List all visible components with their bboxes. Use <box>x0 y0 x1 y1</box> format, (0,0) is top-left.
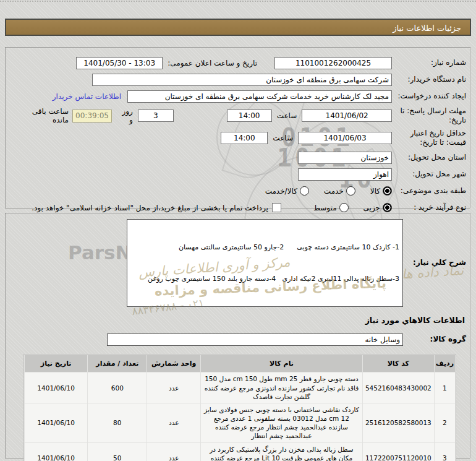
col-header-code: کد کالا <box>363 355 434 372</box>
treasury-checkbox[interactable] <box>272 203 281 212</box>
goods-group-row: گروه کالا: وسایل خانه <box>12 333 466 346</box>
table-row: 1 5452160483430002 دسته چوبی جارو قطر 25… <box>25 373 455 403</box>
deadline-remaining-label: ساعت باقی مانده <box>16 107 69 124</box>
buyer-contact-link[interactable]: اطلاعات تماس خریدار <box>53 92 121 101</box>
table-row: 3 1172200751120010 سطل زباله پدالی مخزن … <box>25 443 455 461</box>
col-header-name: نام کالا <box>201 355 362 372</box>
radio-service[interactable] <box>346 186 355 196</box>
deadline-days-label: روز و <box>117 107 133 124</box>
response-deadline-label: مهلت ارسال پاسخ: تا تاریخ: <box>392 106 466 125</box>
response-deadline-row: مهلت ارسال پاسخ: تا تاریخ: 1401/06/02 سا… <box>12 106 466 125</box>
delivery-city-label: شهر محل تحویل: <box>392 170 466 179</box>
cell-goods-name: دسته چوبی جارو قطر 25 mm طول 150 cm مدل … <box>201 373 362 403</box>
process-type-label: نوع فرآیند خرید : <box>392 203 466 212</box>
need-number-input[interactable]: 1101001262000425 <box>274 57 392 69</box>
table-row: 2 2516120582580013 کاردک نقاشی ساختمانی … <box>25 403 455 442</box>
delivery-city-row: شهر محل تحویل: اهواز <box>12 168 466 181</box>
radio-minor-label: جزیی <box>363 204 380 212</box>
goods-table-body: 1 5452160483430002 دسته چوبی جارو قطر 25… <box>25 373 455 461</box>
deadline-time-input[interactable]: 14:00 <box>227 110 272 122</box>
cell-need-date: 1401/06/10 <box>25 403 87 442</box>
goods-table: ردیف کد کالا نام کالا واحد شمارش تعداد /… <box>23 354 456 461</box>
delivery-province-input[interactable]: خوزستان <box>298 152 392 164</box>
cell-need-date: 1401/06/10 <box>25 443 87 461</box>
buyer-org-input[interactable]: شرکت سهامی برق منطقه ای خوزستان <box>92 74 392 86</box>
treasury-checkbox-label: پرداخت تمام یا بخشی از مبلغ خرید،از محل … <box>32 204 268 212</box>
process-type-row: نوع فرآیند خرید : جزیی متوسط پرداخت تمام… <box>12 201 466 214</box>
need-description-row: شرح کلي نیاز: 1- کاردک 10 سانتیمتری دسته… <box>12 219 466 307</box>
page: 0101 1001 10 ParsNamadData جزئیات اطلاعا… <box>0 0 476 461</box>
goods-info-header: اطلاعات کالاهاي مورد نیاز <box>14 316 465 325</box>
cell-unit: عدد <box>147 403 200 442</box>
need-details-groupbox: شرح کلي نیاز: 1- کاردک 10 سانتیمتری دسته… <box>5 213 471 459</box>
buyer-org-label: نام دستگاه خریدار: <box>392 75 466 84</box>
cell-goods-name: سطل زباله پدالی مخزن دار بزرگ پلاستیکی ک… <box>201 443 362 461</box>
cell-goods-code: 1172200751120010 <box>363 443 434 461</box>
deadline-days-input[interactable]: 3 <box>138 110 174 122</box>
radio-goods-service[interactable] <box>300 186 309 196</box>
announce-datetime-label: تاریخ و ساعت اعلان عمومی: <box>168 59 257 67</box>
cell-quantity: 50 <box>88 443 147 461</box>
radio-medium[interactable] <box>339 203 349 212</box>
col-header-date: تاریخ نیاز <box>25 355 87 372</box>
price-validity-row: حداقل تاریخ اعتبار قیمت: تا تاریخ: 1401/… <box>12 129 466 147</box>
cell-row-index: 2 <box>435 403 455 442</box>
radio-minor[interactable] <box>383 203 392 212</box>
delivery-city-input[interactable]: اهواز <box>298 168 392 181</box>
radio-goods-label: کالا <box>370 187 380 196</box>
need-description-label: شرح کلي نیاز: <box>403 258 466 268</box>
cell-goods-code: 5452160483430002 <box>363 373 434 403</box>
cell-row-index: 3 <box>435 443 455 461</box>
validity-hour-label: ساعت <box>273 134 293 142</box>
request-creator-input[interactable]: مجید لک کارشناس خرید خدمات شرکت سهامی بر… <box>127 90 392 103</box>
col-header-qty: تعداد / مقدار <box>88 355 147 372</box>
radio-service-label: خدمت <box>324 187 344 196</box>
goods-group-label: گروه کالا: <box>403 335 466 345</box>
validity-date-input[interactable]: 1401/06/03 <box>298 132 392 144</box>
delivery-province-label: استان محل تحویل: <box>392 153 466 162</box>
radio-medium-label: متوسط <box>313 204 337 212</box>
cell-unit: عدد <box>147 373 200 403</box>
radio-goods[interactable] <box>383 186 392 196</box>
col-header-unit: واحد شمارش <box>147 355 200 372</box>
cell-goods-name: کاردک نقاشی ساختمانی با دسته چوبی جنس فو… <box>201 403 362 442</box>
need-number-row: شماره نیاز: 1101001262000425 تاریخ و ساع… <box>12 56 466 69</box>
goods-table-wrap: ردیف کد کالا نام کالا واحد شمارش تعداد /… <box>23 354 456 461</box>
deadline-date-input[interactable]: 1401/06/02 <box>302 110 392 122</box>
col-header-row: ردیف <box>435 355 455 372</box>
top-dotted-divider <box>0 1 476 2</box>
request-creator-label: ایجاد کننده درخواست: <box>392 92 466 101</box>
request-creator-row: ایجاد کننده درخواست: مجید لک کارشناس خری… <box>12 90 466 103</box>
goods-group-input[interactable]: وسایل خانه <box>107 334 403 346</box>
page-title: جزئیات اطلاعات نیاز <box>5 19 471 36</box>
classification-row: طبقه بندی موضوعی: کالا خدمت کالا/خدمت <box>12 184 466 197</box>
cell-row-index: 1 <box>435 373 455 403</box>
cell-unit: عدد <box>147 443 200 461</box>
cell-quantity: 600 <box>88 373 147 403</box>
need-description-line2: 3-سطل زباله پدالی 11لیتری 2تیکه اداری 4-… <box>130 274 399 284</box>
cell-goods-code: 2516120582580013 <box>363 403 434 442</box>
need-description-box[interactable]: 1- کاردک 10 سانتیمتری دسته چوبی 2-جارو 5… <box>127 219 403 307</box>
deadline-hour-label: ساعت <box>277 111 297 120</box>
cell-need-date: 1401/06/10 <box>25 373 87 403</box>
need-description-line1: 1- کاردک 10 سانتیمتری دسته چوبی 2-جارو 5… <box>130 242 399 252</box>
deadline-countdown: 00:39:05 <box>72 110 112 123</box>
goods-table-head: ردیف کد کالا نام کالا واحد شمارش تعداد /… <box>25 355 455 372</box>
validity-time-input[interactable]: 14:00 <box>221 132 268 144</box>
radio-goods-service-label: کالا/خدمت <box>265 187 297 196</box>
need-number-label: شماره نیاز: <box>392 58 466 67</box>
request-info-groupbox: شماره نیاز: 1101001262000425 تاریخ و ساع… <box>5 47 471 209</box>
announce-datetime-input[interactable]: 1401/05/30 - 13:03 <box>76 57 163 69</box>
cell-quantity: 80 <box>88 403 147 442</box>
price-validity-label: حداقل تاریخ اعتبار قیمت: تا تاریخ: <box>392 129 466 147</box>
delivery-province-row: استان محل تحویل: خوزستان <box>12 151 466 164</box>
buyer-org-row: نام دستگاه خریدار: شرکت سهامی برق منطقه … <box>12 73 466 86</box>
classification-label: طبقه بندی موضوعی: <box>392 186 466 196</box>
